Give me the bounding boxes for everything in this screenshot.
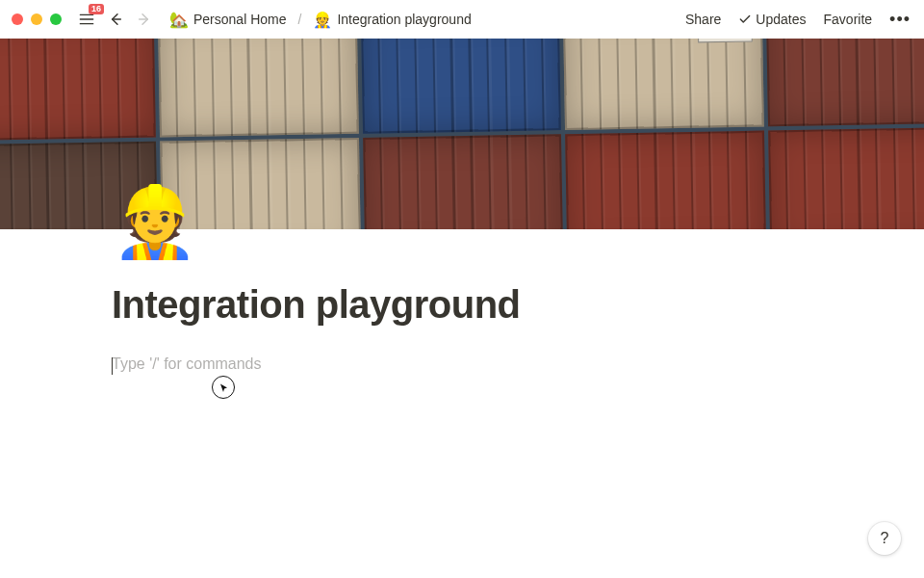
nav-forward-button[interactable] [133, 8, 156, 31]
help-label: ? [881, 530, 889, 547]
text-caret [112, 357, 113, 375]
help-button[interactable]: ? [868, 522, 901, 555]
window-zoom-button[interactable] [50, 13, 62, 25]
window-traffic-lights [12, 13, 62, 25]
breadcrumb-label: Integration playground [337, 12, 471, 27]
window-close-button[interactable] [12, 13, 23, 25]
more-menu-button[interactable]: ••• [887, 7, 912, 32]
topbar-actions: Share Updates Favorite ••• [683, 7, 912, 32]
more-dots-icon: ••• [889, 11, 911, 28]
container-label: 501 042 9 MSKU 22G1 [698, 39, 753, 42]
cursor-indicator [212, 376, 235, 399]
breadcrumb-separator: / [298, 12, 302, 27]
house-icon: 🏡 [169, 11, 189, 29]
arrow-right-icon [137, 12, 152, 27]
topbar: 16 🏡 Personal Home / 👷 Integration playg… [0, 0, 924, 39]
window-minimize-button[interactable] [31, 13, 42, 25]
construction-worker-icon: 👷 [313, 11, 332, 29]
breadcrumb: 🏡 Personal Home / 👷 Integration playgrou… [166, 9, 475, 31]
nav-back-button[interactable] [104, 8, 127, 31]
breadcrumb-item-integration-playground[interactable]: 👷 Integration playground [309, 9, 475, 31]
editor-input[interactable] [112, 355, 924, 379]
favorite-button[interactable]: Favorite [822, 8, 875, 31]
share-label: Share [685, 12, 721, 27]
updates-button[interactable]: Updates [736, 8, 808, 31]
share-button[interactable]: Share [683, 8, 723, 31]
breadcrumb-item-personal-home[interactable]: 🏡 Personal Home [166, 9, 291, 31]
favorite-label: Favorite [824, 12, 873, 27]
editor-block[interactable] [112, 355, 924, 379]
page-title[interactable]: Integration playground [112, 283, 924, 327]
container-label-line: MSKU [703, 39, 725, 39]
hamburger-icon [79, 13, 94, 26]
arrow-left-icon [108, 12, 123, 27]
cursor-arrow-icon [218, 382, 230, 394]
page-body: 👷 Integration playground [0, 187, 924, 379]
notification-badge: 16 [89, 4, 104, 14]
updates-label: Updates [756, 12, 806, 27]
checkmark-icon [738, 13, 752, 26]
page-icon[interactable]: 👷 [112, 187, 924, 256]
sidebar-toggle-button[interactable]: 16 [75, 8, 98, 31]
breadcrumb-label: Personal Home [193, 12, 287, 27]
